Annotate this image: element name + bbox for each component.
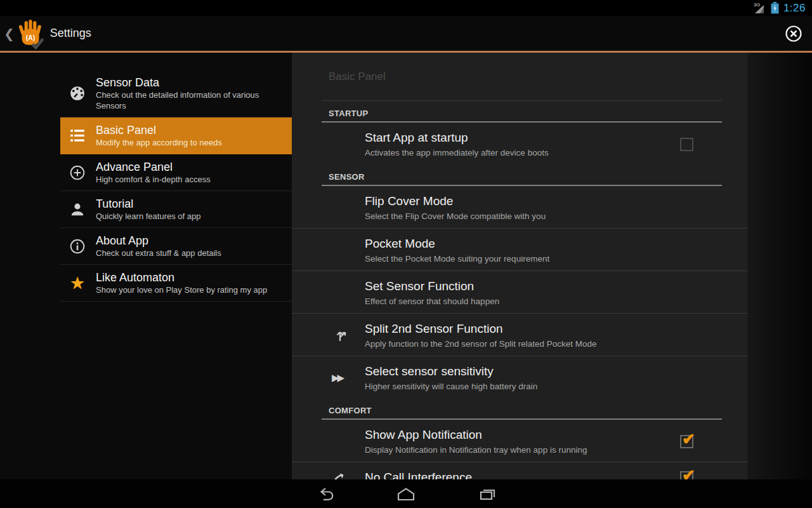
plus-circle-icon [67, 164, 88, 181]
setting-row-select-sensor-sensitivity[interactable]: ▶▶ Select sensor sensitivity Higher sens… [292, 356, 747, 398]
sidebar-item-advance-panel[interactable]: Advance Panel High comfort & in-depth ac… [60, 154, 292, 191]
action-bar: ❮ (A) Settings [0, 16, 812, 53]
divider [322, 100, 722, 101]
sidebar-item-subtitle: Show your love on Play Store by rating m… [96, 284, 267, 295]
background-gutter [749, 53, 812, 479]
person-icon [67, 201, 88, 218]
back-icon[interactable] [314, 486, 336, 502]
setting-title: Pocket Mode [365, 236, 722, 251]
setting-row-no-call-interference[interactable]: No Call Interference [292, 462, 747, 479]
section-header-startup: STARTUP [329, 109, 722, 119]
sidebar-item-title: Sensor Data [96, 76, 283, 90]
setting-subtitle: Apply function to the 2nd sensor of Spli… [365, 338, 722, 349]
setting-title: Set Sensor Function [365, 279, 722, 294]
sidebar-item-title: Advance Panel [96, 160, 211, 174]
section-header-comfort: COMFORT [329, 406, 722, 416]
call-made-icon [322, 471, 365, 479]
page-title: Settings [50, 27, 91, 40]
sidebar-item-subtitle: Modify the app according to needs [96, 137, 222, 148]
sidebar-item-sensor-data[interactable]: Sensor Data Check out the detailed infor… [60, 70, 292, 117]
setting-row-start-app-at-startup[interactable]: Start App at startup Activates the app i… [292, 123, 747, 164]
svg-text:(A): (A) [26, 34, 35, 41]
checkbox[interactable] [680, 471, 693, 480]
setting-subtitle: Higher sensitivity will cause high batte… [365, 381, 722, 392]
sidebar-item-subtitle: Quickly learn features of app [96, 211, 200, 222]
sidebar-item-title: Tutorial [96, 197, 200, 211]
sidebar-item-title: About App [96, 234, 221, 248]
recents-icon[interactable] [476, 486, 498, 502]
home-icon[interactable] [395, 486, 417, 502]
setting-subtitle: Display Notification in Notification tra… [365, 444, 680, 455]
panel-title: Basic Panel [329, 70, 747, 84]
setting-title: Select sensor sensitivity [365, 364, 722, 379]
setting-title: Show App Notification [365, 427, 680, 443]
checkbox[interactable] [680, 138, 693, 151]
section-header-sensor: SENSOR [329, 172, 722, 182]
setting-row-show-app-notification[interactable]: Show App Notification Display Notificati… [292, 420, 747, 462]
sidebar-item-title: Basic Panel [96, 123, 222, 137]
setting-row-split-2nd-sensor-function[interactable]: Split 2nd Sensor Function Apply function… [292, 313, 747, 356]
sidebar: Sensor Data Check out the detailed infor… [0, 53, 292, 479]
sidebar-item-subtitle: Check out extra stuff & app details [96, 248, 221, 258]
setting-title: Start App at startup [365, 130, 680, 145]
checkbox[interactable] [680, 435, 693, 448]
setting-row-flip-cover-mode[interactable]: Flip Cover Mode Select the Flip Cover Mo… [292, 186, 747, 228]
setting-title: No Call Interference [365, 470, 680, 479]
back-chevron-icon[interactable]: ❮ [4, 26, 15, 41]
system-navigation-bar [0, 479, 812, 508]
settings-panel: Basic Panel STARTUP Start App at startup… [292, 53, 749, 479]
status-bar: 3G 1:26 [0, 0, 812, 16]
gauge-icon [67, 85, 88, 102]
sidebar-item-tutorial[interactable]: Tutorial Quickly learn features of app [60, 191, 292, 228]
sidebar-item-basic-panel[interactable]: Basic Panel Modify the app according to … [60, 117, 292, 154]
setting-row-pocket-mode[interactable]: Pocket Mode Select the Pocket Mode suiti… [292, 228, 747, 271]
setting-title: Split 2nd Sensor Function [365, 321, 722, 337]
app-logo-hand-icon[interactable]: (A) [17, 19, 44, 50]
close-icon[interactable] [784, 24, 803, 43]
battery-charging-icon [771, 2, 779, 14]
setting-row-set-sensor-function[interactable]: Set Sensor Function Effect of sensor tha… [292, 271, 747, 313]
sidebar-item-title: Like Automaton [96, 271, 267, 284]
sidebar-item-about-app[interactable]: About App Check out extra stuff & app de… [60, 228, 292, 265]
setting-subtitle: Activates the app immediately after devi… [365, 147, 680, 158]
setting-title: Flip Cover Mode [365, 194, 722, 209]
list-icon [67, 128, 88, 144]
setting-subtitle: Select the Pocket Mode suiting your requ… [365, 253, 722, 264]
split-arrows-icon [322, 328, 365, 343]
fast-forward-icon: ▶▶ [322, 372, 365, 384]
star-icon: ★ [67, 276, 88, 291]
sidebar-item-subtitle: High comfort & in-depth access [96, 174, 211, 185]
sidebar-item-subtitle: Check out the detailed information of va… [96, 90, 283, 111]
signal-icon: 3G [754, 3, 766, 14]
setting-subtitle: Effect of sensor that should happen [365, 296, 722, 307]
clock: 1:26 [783, 2, 806, 15]
info-icon [67, 238, 88, 255]
network-type-label: 3G [754, 2, 761, 8]
setting-subtitle: Select the Flip Cover Mode compatible wi… [365, 211, 722, 222]
sidebar-item-like-automaton[interactable]: ★ Like Automaton Show your love on Play … [60, 265, 292, 302]
